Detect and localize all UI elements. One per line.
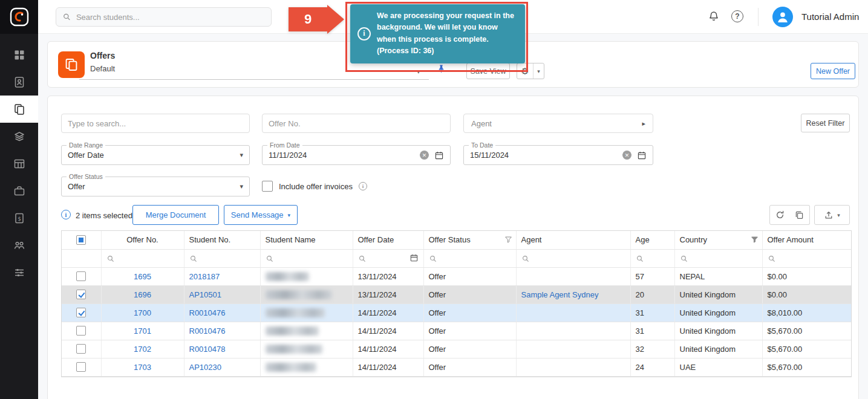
offer-no-link[interactable]: 1696: [134, 290, 151, 299]
column-header-country[interactable]: Country: [674, 231, 762, 249]
column-header-student-name[interactable]: Student Name: [260, 231, 353, 249]
view-select-value[interactable]: Default: [90, 64, 115, 73]
row-checkbox[interactable]: [76, 344, 86, 354]
search-cell-offer-no[interactable]: [101, 249, 184, 267]
clear-icon[interactable]: ✕: [420, 151, 429, 160]
student-no-link[interactable]: AP10501: [189, 290, 222, 299]
column-header-offer-amount[interactable]: Offer Amount: [762, 231, 851, 249]
offer-no-link[interactable]: 1700: [134, 308, 151, 317]
table-row[interactable]: 1703 AP10230 14/11/2024 Offer 24 UAE $5,…: [62, 358, 851, 376]
sidebar-item-contacts[interactable]: [0, 68, 38, 96]
row-checkbox[interactable]: [76, 308, 86, 317]
pin-view-button[interactable]: [437, 64, 446, 75]
calendar-icon[interactable]: [410, 253, 419, 262]
reset-filter-button[interactable]: Reset Filter: [801, 114, 850, 132]
student-no-link[interactable]: AP10230: [189, 363, 222, 372]
clear-icon[interactable]: ✕: [622, 151, 631, 160]
field-label: Date Range: [67, 141, 105, 149]
selected-count-text: 2 items selected: [76, 211, 132, 220]
agent-select-label: Agent: [471, 119, 492, 128]
chevron-down-icon[interactable]: ▾: [417, 68, 420, 76]
from-date-field[interactable]: From Date 11/11/2024 ✕: [262, 145, 451, 165]
date-range-select[interactable]: Date Range Offer Date ▾: [61, 145, 250, 165]
avatar[interactable]: [772, 7, 793, 27]
column-header-offer-date[interactable]: Offer Date: [353, 231, 423, 249]
chevron-down-icon: ▾: [837, 212, 840, 218]
table-row[interactable]: 1696 AP10501 13/11/2024 Offer Sample Age…: [62, 285, 851, 303]
row-checkbox[interactable]: [76, 290, 86, 299]
field-value: 15/11/2024: [470, 151, 509, 160]
grid-search-input[interactable]: [61, 114, 250, 133]
student-no-link[interactable]: R0010476: [189, 308, 226, 317]
select-all-checkbox[interactable]: [76, 235, 86, 245]
chevron-down-icon: ▾: [240, 183, 243, 190]
search-cell-offer-amount[interactable]: [762, 249, 851, 267]
filter-funnel-icon[interactable]: [750, 235, 759, 244]
offer-no-input[interactable]: [262, 114, 451, 133]
merge-document-button[interactable]: Merge Document: [132, 205, 219, 225]
search-cell-country[interactable]: [674, 249, 762, 267]
calendar-icon[interactable]: [637, 151, 647, 160]
bell-icon: [708, 10, 720, 22]
search-cell-student-no[interactable]: [184, 249, 260, 267]
documents-icon: [13, 103, 25, 115]
search-cell-age[interactable]: [630, 249, 674, 267]
offer-status-select[interactable]: Offer Status Offer ▾: [61, 177, 250, 196]
agent-link[interactable]: Sample Agent Sydney: [521, 290, 599, 299]
field-value: Offer: [68, 182, 85, 191]
cell-country: NEPAL: [674, 267, 762, 285]
arrow-right-icon: [327, 5, 344, 34]
agent-select[interactable]: Agent ▸: [463, 114, 653, 133]
column-header-age[interactable]: Age: [630, 231, 674, 249]
refresh-button[interactable]: [769, 205, 790, 225]
cell-offer-status: Offer: [423, 358, 516, 376]
new-offer-button[interactable]: New Offer: [811, 63, 855, 79]
to-date-field[interactable]: To Date 15/11/2024 ✕: [463, 145, 653, 165]
notifications-button[interactable]: [706, 8, 722, 24]
student-no-link[interactable]: R0010478: [189, 345, 226, 354]
app-logo[interactable]: [0, 0, 38, 34]
sidebar-item-offers[interactable]: [0, 96, 38, 123]
table-row[interactable]: 1700 R0010476 14/11/2024 Offer 31 United…: [62, 303, 851, 322]
table-row[interactable]: 1702 R0010478 14/11/2024 Offer 32 United…: [62, 340, 851, 358]
cell-offer-date: 14/11/2024: [353, 322, 423, 340]
sidebar-item-dashboard[interactable]: [0, 41, 38, 68]
sidebar-item-partners[interactable]: [0, 232, 38, 259]
table-row[interactable]: 1701 R0010476 14/11/2024 Offer 31 United…: [62, 322, 851, 340]
offer-no-link[interactable]: 1702: [134, 345, 151, 354]
sidebar-item-products[interactable]: [0, 150, 38, 177]
row-checkbox[interactable]: [76, 271, 86, 281]
search-input[interactable]: [76, 13, 265, 22]
student-no-link[interactable]: 2018187: [189, 272, 220, 281]
sidebar-item-preferences[interactable]: [0, 259, 38, 286]
search-cell-student-name[interactable]: [260, 249, 353, 267]
send-message-button[interactable]: Send Message ▾: [224, 205, 298, 225]
student-no-link[interactable]: R0010476: [189, 326, 226, 336]
sidebar-item-courses[interactable]: [0, 123, 38, 150]
help-button[interactable]: ?: [729, 8, 745, 24]
offer-no-link[interactable]: 1703: [134, 363, 151, 372]
save-view-button[interactable]: Save View: [466, 63, 510, 79]
column-header-offer-no[interactable]: Offer No.: [101, 231, 184, 249]
copy-button[interactable]: [789, 205, 810, 225]
search-cell-offer-status[interactable]: [423, 249, 516, 267]
column-header-student-no[interactable]: Student No.: [184, 231, 260, 249]
include-invoices-checkbox[interactable]: [262, 181, 273, 192]
export-button[interactable]: ▾: [814, 205, 850, 225]
search-cell-agent[interactable]: [516, 249, 630, 267]
filter-funnel-icon[interactable]: [504, 235, 513, 244]
row-checkbox[interactable]: [76, 326, 86, 336]
offer-no-link[interactable]: 1695: [134, 272, 151, 281]
cell-offer-date: 13/11/2024: [353, 267, 423, 285]
column-header-agent[interactable]: Agent: [516, 231, 630, 249]
sidebar-item-services[interactable]: [0, 177, 38, 204]
search-cell-offer-date[interactable]: [353, 249, 423, 267]
view-settings-button[interactable]: ⚙ ▾: [517, 63, 544, 79]
column-header-offer-status[interactable]: Offer Status: [423, 231, 516, 249]
table-row[interactable]: 1695 2018187 13/11/2024 Offer 57 NEPAL $…: [62, 267, 851, 285]
calendar-icon[interactable]: [434, 151, 444, 160]
offer-no-link[interactable]: 1701: [134, 326, 151, 336]
sidebar-item-invoices[interactable]: $: [0, 204, 38, 232]
cell-country: United Kingdom: [674, 340, 762, 358]
row-checkbox[interactable]: [76, 362, 86, 372]
